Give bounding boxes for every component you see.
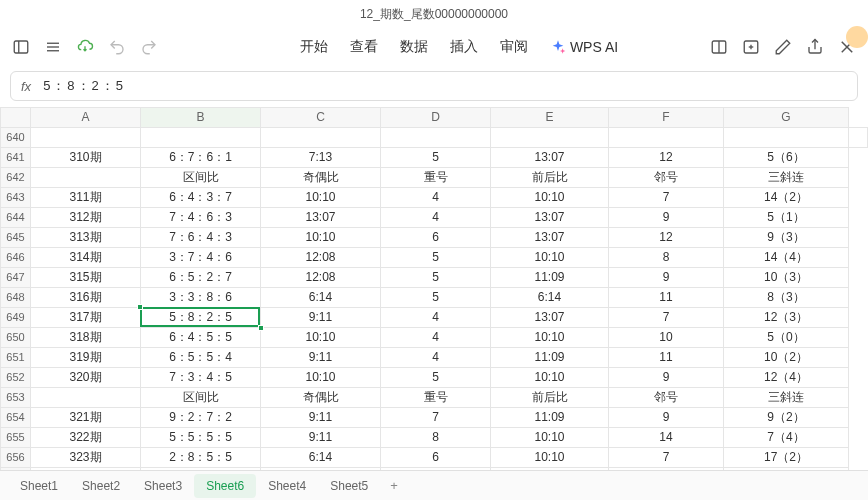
user-avatar[interactable] (846, 26, 868, 48)
cell[interactable] (31, 168, 141, 188)
cell[interactable]: 3：7：4：6 (141, 248, 261, 268)
share-icon[interactable] (806, 38, 824, 56)
cell[interactable]: 6：5：2：7 (141, 268, 261, 288)
cell[interactable]: 2：8：5：5 (141, 448, 261, 468)
cell[interactable]: 邻号 (609, 388, 724, 408)
column-header-A[interactable]: A (31, 108, 141, 128)
cell[interactable]: 10（2） (724, 348, 849, 368)
cell[interactable]: 10（3） (724, 268, 849, 288)
cell[interactable]: 11:09 (491, 268, 609, 288)
row-header[interactable]: 645 (1, 228, 31, 248)
select-all-corner[interactable] (1, 108, 31, 128)
cell[interactable]: 323期 (31, 448, 141, 468)
cell[interactable]: 11 (609, 348, 724, 368)
cell[interactable]: 7（4） (724, 428, 849, 448)
cell[interactable]: 前后比 (491, 388, 609, 408)
cell[interactable]: 5：5：5：5 (141, 428, 261, 448)
cell[interactable]: 5：8：2：5 (141, 308, 261, 328)
cell[interactable]: 6:14 (261, 288, 381, 308)
sheet-tab-sheet2[interactable]: Sheet2 (70, 474, 132, 498)
cell[interactable]: 4 (381, 308, 491, 328)
cell[interactable]: 13:07 (491, 208, 609, 228)
cell[interactable]: 奇偶比 (261, 168, 381, 188)
cell[interactable]: 13:07 (491, 308, 609, 328)
formula-bar[interactable]: fx 5：8：2：5 (10, 71, 858, 101)
cell[interactable]: 14（4） (724, 248, 849, 268)
cell[interactable]: 4 (381, 348, 491, 368)
cell[interactable]: 10:10 (261, 228, 381, 248)
cell[interactable]: 9:11 (261, 308, 381, 328)
column-header-E[interactable]: E (491, 108, 609, 128)
split-view-icon[interactable] (710, 38, 728, 56)
cell[interactable]: 6:14 (491, 288, 609, 308)
cell[interactable] (261, 128, 381, 148)
cell[interactable]: 14 (609, 428, 724, 448)
cell[interactable]: 321期 (31, 408, 141, 428)
cell[interactable]: 12 (609, 148, 724, 168)
cell[interactable]: 12 (609, 228, 724, 248)
cell[interactable]: 奇偶比 (261, 388, 381, 408)
cell[interactable]: 6：7：6：1 (141, 148, 261, 168)
column-header-B[interactable]: B (141, 108, 261, 128)
cell[interactable]: 9（3） (724, 228, 849, 248)
row-header[interactable]: 649 (1, 308, 31, 328)
row-header[interactable]: 644 (1, 208, 31, 228)
cell[interactable]: 9 (609, 268, 724, 288)
cell[interactable]: 9：2：7：2 (141, 408, 261, 428)
cell[interactable]: 5 (381, 148, 491, 168)
cell[interactable]: 10 (609, 328, 724, 348)
row-header[interactable]: 643 (1, 188, 31, 208)
row-header[interactable]: 651 (1, 348, 31, 368)
cell[interactable] (724, 128, 849, 148)
cell[interactable]: 三斜连 (724, 168, 849, 188)
row-header[interactable]: 641 (1, 148, 31, 168)
cell[interactable]: 12（3） (724, 308, 849, 328)
cell[interactable] (381, 128, 491, 148)
cell[interactable]: 9:11 (261, 348, 381, 368)
cell[interactable]: 7 (609, 308, 724, 328)
cell[interactable]: 4 (381, 208, 491, 228)
cell[interactable]: 11:09 (491, 408, 609, 428)
redo-icon[interactable] (140, 38, 158, 56)
cloud-sync-icon[interactable] (76, 38, 94, 56)
cell[interactable]: 319期 (31, 348, 141, 368)
cell[interactable]: 10:10 (491, 428, 609, 448)
menu-data[interactable]: 数据 (400, 38, 428, 56)
cell[interactable]: 8 (609, 248, 724, 268)
row-header[interactable]: 652 (1, 368, 31, 388)
cell[interactable]: 5 (381, 248, 491, 268)
column-header-C[interactable]: C (261, 108, 381, 128)
row-header[interactable]: 654 (1, 408, 31, 428)
cell[interactable]: 8（3） (724, 288, 849, 308)
cell[interactable]: 322期 (31, 428, 141, 448)
sheet-tab-sheet3[interactable]: Sheet3 (132, 474, 194, 498)
cell[interactable] (849, 128, 868, 148)
cell[interactable]: 10:10 (261, 188, 381, 208)
add-sheet-button[interactable]: + (380, 473, 408, 498)
cell[interactable]: 5（0） (724, 328, 849, 348)
cell[interactable]: 10:10 (491, 188, 609, 208)
sheet-tab-sheet1[interactable]: Sheet1 (8, 474, 70, 498)
cell[interactable]: 6:14 (261, 448, 381, 468)
row-header[interactable]: 648 (1, 288, 31, 308)
cell[interactable]: 重号 (381, 388, 491, 408)
cell[interactable]: 313期 (31, 228, 141, 248)
cell[interactable]: 13:07 (491, 228, 609, 248)
column-header-G[interactable]: G (724, 108, 849, 128)
cell[interactable]: 5（6） (724, 148, 849, 168)
cell[interactable] (31, 128, 141, 148)
cell[interactable]: 9 (609, 368, 724, 388)
cell[interactable]: 317期 (31, 308, 141, 328)
cell[interactable]: 312期 (31, 208, 141, 228)
column-header-F[interactable]: F (609, 108, 724, 128)
row-header[interactable]: 653 (1, 388, 31, 408)
cell[interactable]: 4 (381, 328, 491, 348)
cell[interactable]: 3：3：8：6 (141, 288, 261, 308)
menu-review[interactable]: 审阅 (500, 38, 528, 56)
cell[interactable]: 7：4：6：3 (141, 208, 261, 228)
cell[interactable]: 9:11 (261, 408, 381, 428)
cell[interactable]: 311期 (31, 188, 141, 208)
cell[interactable]: 邻号 (609, 168, 724, 188)
cell[interactable] (609, 128, 724, 148)
row-header[interactable]: 647 (1, 268, 31, 288)
